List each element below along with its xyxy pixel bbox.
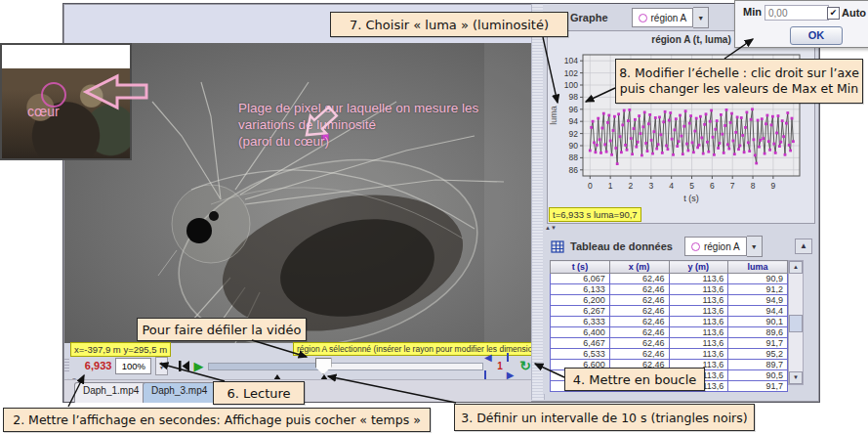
chevron-down-icon[interactable]: ▼ [693,7,709,28]
table-cell[interactable]: 6,533 [551,349,610,360]
scroll-up-icon[interactable]: ▲ [789,261,803,274]
table-cell[interactable]: 95,2 [728,349,788,360]
annotation-3: 3. Définir un intervalle de 10 s (triang… [454,404,755,431]
video-viewport[interactable]: Plage de pixel sur laquelle on mesure le… [64,43,531,343]
step-back-button[interactable]: ◀ [484,348,493,383]
table-cell[interactable]: 62,46 [609,284,669,295]
table-cell[interactable]: 62,46 [609,295,669,306]
scrollbar-thumb[interactable] [789,315,803,332]
table-cell[interactable]: 62,46 [609,327,669,338]
frame-step-value[interactable]: 1 [497,361,503,371]
toolbar-grip[interactable] [64,359,69,372]
svg-text:98: 98 [569,92,579,102]
table-cell[interactable]: 62,46 [609,349,669,360]
collapse-panel-icon[interactable]: ▲ [795,239,812,254]
table-cell[interactable]: 6,200 [551,295,610,306]
column-header[interactable]: luma [728,261,788,274]
loop-button[interactable]: ↻ [519,358,531,373]
table-cell[interactable]: 62,46 [609,274,669,284]
video-slider[interactable] [208,358,473,373]
play-button[interactable]: ▶ [194,360,204,372]
table-cell[interactable]: 62,46 [609,306,669,317]
table-cell[interactable]: 6,067 [551,274,610,284]
table-cell[interactable]: 6,133 [551,284,610,295]
table-cell[interactable]: 91,2 [728,284,788,295]
annotation-8: 8. Modifier l’échelle : clic droit sur l… [615,59,863,104]
table-series-label: région A [704,241,740,252]
step-forward-button[interactable]: ▶ [507,348,516,383]
svg-text:9: 9 [771,181,776,191]
go-to-start-icon[interactable] [178,360,190,372]
table-cell[interactable]: 89,6 [728,327,788,338]
table-row[interactable]: 6,20062,46113,694,9 [551,295,788,306]
svg-text:6: 6 [710,181,715,191]
table-row[interactable]: 6,33362,46113,690,1 [551,317,788,327]
table-row[interactable]: 6,13362,46113,691,2 [551,284,788,295]
table-cell[interactable]: 6,267 [551,306,610,317]
tab-daph3[interactable]: Daph_3.mp4 [143,382,216,403]
table-icon [551,240,564,253]
table-series-dropdown[interactable]: région A ▼ [684,237,763,256]
table-cell[interactable]: 62,46 [609,338,669,349]
graph-tab-label[interactable]: Graphe [570,12,608,23]
table-cell[interactable]: 113,6 [669,295,728,306]
slider-track[interactable] [208,363,483,370]
series-marker-icon [639,14,647,22]
annotation-7: 7. Choisir « luma » (luminosité) [330,12,568,37]
column-header[interactable]: y (m) [669,261,728,274]
column-header[interactable]: t (s) [551,261,610,274]
svg-text:5: 5 [689,181,694,191]
auto-checkbox[interactable]: ✔ [827,7,840,20]
table-tab-label[interactable]: Tableau de données [570,240,673,252]
table-cell[interactable]: 90,5 [728,370,788,381]
graph-collapse-handle[interactable]: ▲▼ [545,225,557,231]
table-cell[interactable]: 94,4 [728,306,788,317]
table-cell[interactable]: 113,6 [669,306,728,317]
table-cell[interactable]: 91,7 [728,381,788,392]
svg-text:92: 92 [569,129,579,139]
column-header[interactable]: x (m) [609,261,669,274]
table-cell[interactable]: 113,6 [669,274,728,284]
table-cell[interactable]: 113,6 [669,327,728,338]
svg-text:3: 3 [648,181,653,191]
tab-daph1[interactable]: Daph_1.mp4 [74,382,147,403]
table-row[interactable]: 6,26762,46113,694,4 [551,306,788,317]
table-cell[interactable]: 91,7 [728,338,788,349]
table-cell[interactable]: 6,333 [551,317,610,327]
table-row[interactable]: 6,46762,46113,691,7 [551,338,788,349]
table-cell[interactable]: 90,1 [728,317,788,327]
zoom-level[interactable]: 100% [115,358,151,374]
ok-button[interactable]: OK [790,26,843,45]
min-input[interactable] [765,5,829,21]
chevron-down-icon[interactable]: ▼ [747,236,763,257]
time-display[interactable]: 6,933 [85,360,112,371]
table-cell[interactable]: 94,9 [728,295,788,306]
table-cell[interactable]: 90,9 [728,274,788,284]
auto-label: Auto [842,7,866,19]
table-cell[interactable]: 6,467 [551,338,610,349]
table-cell[interactable]: 113,6 [669,338,728,349]
table-panel-header: Tableau de données région A ▼ ▲ [551,234,812,259]
table-cell[interactable]: 89,7 [728,360,788,370]
table-cell[interactable]: 113,6 [669,317,728,327]
table-cell[interactable]: 6,400 [551,327,610,338]
svg-text:86: 86 [569,165,579,175]
heart-inset-image: cœur [0,43,132,160]
svg-text:2: 2 [629,181,634,191]
table-cell[interactable]: 113,6 [669,349,728,360]
table-row[interactable]: 6,40062,46113,689,6 [551,327,788,338]
table-row[interactable]: 6,06762,46113,690,9 [551,274,788,284]
table-row[interactable]: 6,53362,46113,695,2 [551,349,788,360]
graph-series-dropdown[interactable]: région A ▼ [632,8,710,27]
slider-thumb[interactable] [315,358,332,374]
svg-text:90: 90 [569,141,579,151]
scroll-down-icon[interactable]: ▼ [789,371,803,384]
svg-text:région A (t, luma): région A (t, luma) [651,34,730,45]
table-cell[interactable]: 62,46 [609,317,669,327]
zoom-stepper[interactable]: ▲▼ [155,357,168,375]
table-scrollbar[interactable]: ▲ ▼ [788,260,804,385]
annotation-2: 2. Mettre l’affichage en secondes: Affic… [3,408,431,432]
svg-text:94: 94 [569,116,579,126]
table-cell[interactable]: 113,6 [669,284,728,295]
svg-text:t (s): t (s) [683,194,699,203]
